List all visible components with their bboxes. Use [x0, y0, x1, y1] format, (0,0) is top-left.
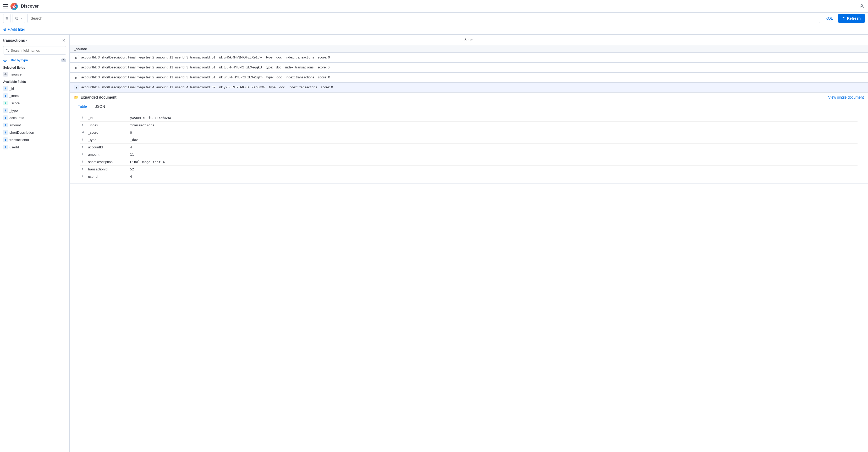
field-type-cell: t: [80, 144, 86, 151]
add-filter-button[interactable]: + Add filter: [8, 27, 25, 31]
svg-rect-4: [7, 18, 8, 19]
field-item-source[interactable]: 👁 _source: [0, 70, 69, 78]
field-type-cell: t: [80, 158, 86, 166]
expand-row-4-button[interactable]: ▼: [74, 85, 79, 90]
svg-line-7: [8, 51, 9, 52]
field-value-cell: Final mega test 4: [128, 158, 858, 166]
user-icon[interactable]: [859, 3, 865, 9]
expanded-doc-header: 📁 Expanded document View single document: [70, 92, 868, 102]
field-item-type[interactable]: t _type: [0, 107, 69, 114]
expand-row-3-button[interactable]: ▶: [74, 75, 79, 80]
list-item: t _index transactions: [80, 122, 858, 129]
view-single-doc-link[interactable]: View single document: [828, 95, 864, 100]
field-name-shortDescription: shortDescription: [9, 131, 34, 135]
field-item-shortDescription[interactable]: t shortDescription: [0, 129, 69, 136]
list-item: t _type _doc: [80, 136, 858, 144]
list-item: t amount 11: [80, 151, 858, 158]
app-logo: 🎯: [10, 3, 18, 10]
filter-by-type-label: Filter by type: [8, 58, 28, 62]
table-row[interactable]: ▶ accountId: 3 shortDescription: Final m…: [70, 63, 868, 73]
refresh-icon: ↻: [842, 16, 845, 21]
field-name-source: _source: [9, 73, 22, 76]
filter-bar: ⊕ + Add filter: [0, 24, 868, 35]
field-value-cell: transactions: [128, 122, 858, 129]
source-header-row: _source: [70, 45, 868, 53]
hits-count: 5 hits: [70, 35, 868, 45]
field-type-cell: t: [80, 122, 86, 129]
field-name-id: _id: [9, 86, 14, 90]
field-name-score: _score: [9, 101, 20, 105]
index-pattern-selector[interactable]: [3, 13, 10, 23]
folder-icon: 📁: [74, 95, 78, 100]
field-value-cell: 4: [128, 173, 858, 180]
field-name-cell: _score: [86, 129, 128, 136]
filter-by-type-row[interactable]: Filter by type 0: [0, 57, 69, 64]
field-type-icon-shortDescription: t: [3, 130, 8, 135]
field-name-cell: _type: [86, 136, 128, 144]
hamburger-icon[interactable]: [3, 4, 8, 8]
filter-by-type-icon: [3, 58, 7, 62]
field-type-icon-source: 👁: [3, 72, 8, 77]
search-field-input[interactable]: [11, 49, 64, 52]
tab-table[interactable]: Table: [74, 102, 91, 111]
svg-rect-1: [6, 17, 6, 18]
search-field-wrapper: [3, 46, 66, 55]
field-name-transactionId: transactionId: [9, 138, 29, 142]
field-item-accountId[interactable]: t accountId: [0, 114, 69, 121]
svg-rect-3: [6, 18, 6, 19]
field-item-score[interactable]: # _score: [0, 100, 69, 107]
field-name-index: _index: [9, 94, 20, 98]
field-item-userId[interactable]: t userId: [0, 143, 69, 151]
field-type-cell: #: [80, 129, 86, 136]
refresh-button[interactable]: ↻ Refresh: [838, 13, 865, 23]
field-item-transactionId[interactable]: t transactionId: [0, 136, 69, 143]
field-type-icon-transactionId: t: [3, 137, 8, 142]
expanded-doc-table: t _id yX5uRHYB-fGFzLXeh6mW t _index tran…: [70, 111, 868, 183]
content-area: 5 hits _source ▶ accountId: 3 shortDescr…: [70, 35, 868, 452]
field-name-userId: userId: [9, 145, 19, 149]
field-type-icon-accountId: t: [3, 115, 8, 120]
row-4-content: accountId: 4 shortDescription: Final meg…: [81, 85, 864, 90]
filter-icon[interactable]: ⊕: [3, 27, 6, 32]
top-bar: 🎯 Discover: [0, 0, 868, 12]
expand-row-2-button[interactable]: ▶: [74, 65, 79, 70]
search-bar: KQL ↻ Refresh: [0, 12, 868, 24]
field-name-type: _type: [9, 109, 18, 112]
table-row[interactable]: ▶ accountId: 3 shortDescription: Final m…: [70, 73, 868, 83]
tab-json[interactable]: JSON: [91, 102, 109, 111]
field-name-accountId: accountId: [9, 116, 24, 120]
list-item: t accountId 4: [80, 144, 858, 151]
table-row[interactable]: ▶ accountId: 3 shortDescription: Final m…: [70, 53, 868, 63]
kql-button[interactable]: KQL: [823, 15, 836, 22]
time-picker[interactable]: [12, 13, 25, 23]
row-1-content: accountId: 3 shortDescription: Final meg…: [81, 55, 864, 60]
field-name-cell: userId: [86, 173, 128, 180]
expanded-document-panel: 📁 Expanded document View single document…: [70, 92, 868, 184]
field-name-cell: shortDescription: [86, 158, 128, 166]
field-item-id[interactable]: t _id: [0, 85, 69, 92]
filter-count-badge: 0: [61, 58, 66, 62]
svg-rect-2: [7, 17, 8, 18]
sidebar-close-button[interactable]: ✕: [61, 38, 66, 43]
field-item-amount[interactable]: t amount: [0, 121, 69, 129]
tabs-row: Table JSON: [70, 102, 868, 111]
field-type-icon-score: #: [3, 101, 8, 105]
sidebar-chevron-icon[interactable]: ▾: [26, 38, 28, 42]
search-field-icon: [5, 49, 9, 52]
expand-row-1-button[interactable]: ▶: [74, 55, 79, 60]
field-type-cell: t: [80, 151, 86, 158]
available-fields-label: Available fields: [0, 78, 69, 85]
list-item: t _id yX5uRHYB-fGFzLXeh6mW: [80, 114, 858, 122]
field-item-index[interactable]: t _index: [0, 92, 69, 100]
source-column-label: _source: [74, 47, 87, 51]
field-type-cell: t: [80, 173, 86, 180]
field-type-cell: t: [80, 166, 86, 173]
app-title: Discover: [21, 4, 39, 9]
field-type-icon-amount: t: [3, 123, 8, 128]
table-row-expanded[interactable]: ▼ accountId: 4 shortDescription: Final m…: [70, 83, 868, 92]
row-3-content: accountId: 3 shortDescription: Final meg…: [81, 75, 864, 80]
field-value-cell: yX5uRHYB-fGFzLXeh6mW: [128, 114, 858, 122]
search-input-wrapper: [27, 13, 820, 23]
field-value-cell: 52: [128, 166, 858, 173]
search-input[interactable]: [31, 16, 817, 21]
